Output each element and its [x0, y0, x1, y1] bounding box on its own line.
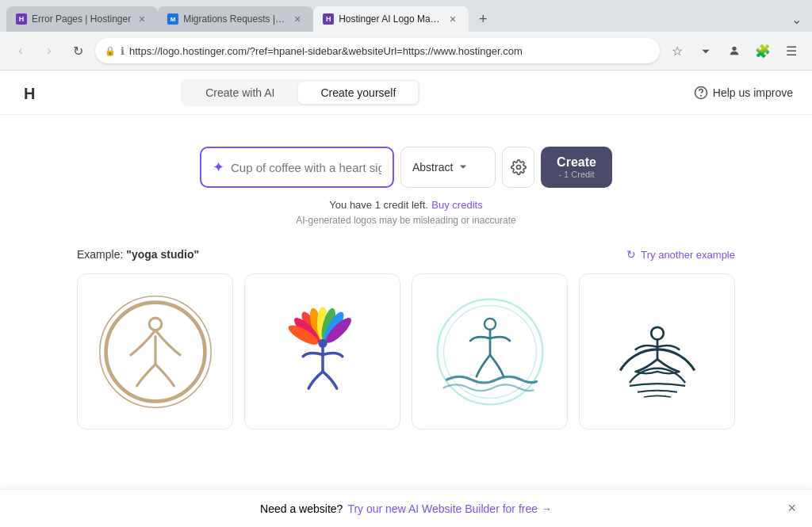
svg-text:H: H	[24, 85, 35, 102]
tab2-favicon: M	[167, 13, 178, 25]
logo-card-4[interactable]	[579, 273, 735, 430]
svg-point-21	[651, 327, 664, 339]
extensions-button[interactable]: 🧩	[752, 40, 774, 62]
create-button-label: Create	[557, 155, 596, 170]
style-label: Abstract	[412, 161, 453, 174]
example-prefix: Example:	[77, 248, 123, 261]
search-input-wrap: ✦	[200, 147, 394, 188]
try-another-link[interactable]: ↻ Try another example	[626, 248, 735, 261]
logo-card-1[interactable]	[77, 273, 233, 430]
tab1-close[interactable]: ×	[136, 13, 148, 25]
create-button-sub: - 1 Credit	[558, 170, 594, 179]
back-button[interactable]: ‹	[10, 40, 32, 62]
lock-icon: 🔒	[105, 46, 116, 56]
banner-text: Need a website?	[260, 502, 343, 515]
search-input[interactable]	[231, 161, 381, 174]
address-bar: ‹ › ↻ 🔒 ℹ https://logo.hostinger.com/?re…	[0, 32, 812, 70]
gear-icon	[511, 159, 527, 175]
main-content: ✦ Abstract Create - 1 Credit You have 1 …	[0, 115, 812, 445]
logo-card-2[interactable]	[244, 273, 400, 430]
new-tab-button[interactable]: +	[472, 8, 494, 30]
tab-create-ai[interactable]: Create with AI	[183, 82, 297, 104]
svg-point-8	[149, 318, 162, 330]
address-input[interactable]: 🔒 ℹ https://logo.hostinger.com/?ref=hpan…	[95, 38, 660, 63]
help-button[interactable]: Help us improve	[694, 86, 793, 100]
tab-create-yourself[interactable]: Create yourself	[298, 82, 418, 104]
svg-point-5	[516, 166, 520, 170]
logos-grid	[77, 273, 735, 430]
example-query: "yoga studio"	[126, 248, 199, 261]
credit-info: You have 1 credit left. Buy credits AI-g…	[296, 197, 516, 226]
banner-link[interactable]: Try our new AI Website Builder for free …	[347, 502, 552, 515]
tab3-title: Hostinger AI Logo Maker	[339, 13, 442, 25]
tab2-close[interactable]: ×	[291, 13, 304, 25]
svg-point-20	[484, 318, 495, 329]
tab-list-button[interactable]: ⌄	[787, 10, 806, 29]
tab-1[interactable]: H Error Pages | Hostinger ×	[6, 6, 158, 32]
tab-3[interactable]: H Hostinger AI Logo Maker ×	[313, 6, 469, 32]
sparkle-icon: ✦	[213, 158, 224, 176]
reload-button[interactable]: ↻	[67, 40, 89, 62]
browser-chrome: H Error Pages | Hostinger × M Migrations…	[0, 0, 812, 71]
refresh-icon: ↻	[626, 248, 636, 261]
help-label: Help us improve	[713, 86, 793, 99]
buy-credits-link[interactable]: Buy credits	[431, 199, 482, 211]
examples-header: Example: "yoga studio" ↻ Try another exa…	[77, 248, 735, 261]
ai-disclaimer: AI-generated logos may be misleading or …	[296, 215, 516, 226]
forward-button[interactable]: ›	[38, 40, 60, 62]
arrow-icon: →	[541, 502, 552, 515]
svg-point-0	[732, 47, 736, 51]
svg-point-4	[700, 95, 701, 96]
info-icon: ℹ	[121, 45, 124, 57]
menu-button[interactable]: ☰	[780, 40, 802, 62]
example-label: Example: "yoga studio"	[77, 248, 199, 261]
tab3-close[interactable]: ×	[446, 13, 459, 25]
app-header: H Create with AI Create yourself Help us…	[0, 71, 812, 115]
header-tabs: Create with AI Create yourself	[181, 79, 420, 106]
address-text: https://logo.hostinger.com/?ref=hpanel-s…	[129, 45, 523, 57]
bookmark-button[interactable]: ☆	[666, 40, 688, 62]
settings-button[interactable]	[502, 147, 534, 188]
tab2-title: Migrations Requests | Hostinger	[183, 13, 286, 25]
try-another-label: Try another example	[641, 249, 735, 261]
logo: H	[19, 80, 44, 105]
examples-section: Example: "yoga studio" ↻ Try another exa…	[77, 248, 735, 430]
chevron-down-icon	[458, 162, 469, 173]
tab1-favicon: H	[16, 13, 27, 25]
create-button[interactable]: Create - 1 Credit	[541, 147, 612, 188]
banner-close-button[interactable]: ×	[787, 500, 796, 517]
account-button[interactable]	[723, 40, 745, 62]
tab3-favicon: H	[323, 13, 334, 25]
pocket-button[interactable]	[695, 40, 717, 62]
help-icon	[694, 86, 708, 100]
tab1-title: Error Pages | Hostinger	[32, 13, 131, 25]
logo-card-3[interactable]	[412, 273, 568, 430]
tab-2[interactable]: M Migrations Requests | Hostinger ×	[158, 6, 313, 32]
style-select[interactable]: Abstract	[400, 147, 496, 188]
bottom-banner: Need a website? Try our new AI Website B…	[0, 489, 812, 527]
search-row: ✦ Abstract Create - 1 Credit	[200, 147, 612, 188]
credit-text: You have 1 credit left.	[329, 199, 428, 211]
banner-link-text: Try our new AI Website Builder for free	[347, 502, 538, 515]
tab-bar: H Error Pages | Hostinger × M Migrations…	[0, 0, 812, 32]
